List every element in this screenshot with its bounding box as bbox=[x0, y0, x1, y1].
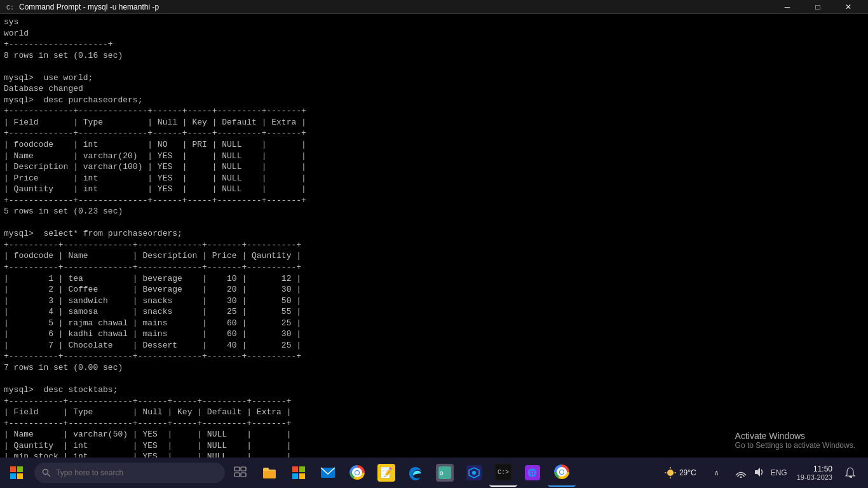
svg-text:C:: C: bbox=[6, 4, 14, 11]
chrome-button[interactable] bbox=[343, 459, 371, 487]
svg-point-36 bbox=[740, 476, 742, 478]
minimize-button[interactable]: ─ bbox=[773, 0, 802, 14]
network-tray-icon[interactable] bbox=[733, 466, 749, 480]
svg-rect-5 bbox=[17, 473, 23, 479]
close-button[interactable]: ✕ bbox=[834, 0, 863, 14]
sticky-notes-icon: 📝 bbox=[377, 464, 395, 482]
svg-text:C:>: C:> bbox=[498, 469, 509, 476]
search-input[interactable] bbox=[56, 468, 217, 477]
windows-logo-icon bbox=[10, 466, 23, 479]
clock-time: 11:50 bbox=[797, 464, 832, 473]
svg-point-31 bbox=[667, 470, 674, 476]
svg-marker-37 bbox=[755, 468, 760, 477]
terminal-content[interactable]: sys world +--------------------+ 8 rows … bbox=[0, 14, 868, 458]
terminal-text: sys world +--------------------+ 8 rows … bbox=[4, 17, 864, 458]
svg-rect-4 bbox=[10, 473, 16, 479]
tray-expand-icon: ∧ bbox=[714, 468, 719, 478]
svg-rect-3 bbox=[17, 466, 23, 472]
clock-date: 19-03-2023 bbox=[797, 473, 832, 481]
svg-text:⚙: ⚙ bbox=[439, 470, 444, 477]
language-indicator[interactable]: ENG bbox=[769, 468, 789, 477]
app2-icon bbox=[465, 464, 483, 482]
titlebar: C: Command Prompt - mysql -u hemanthi -p… bbox=[0, 0, 868, 14]
weather-widget[interactable]: 29°C bbox=[660, 466, 700, 479]
svg-rect-15 bbox=[299, 473, 305, 479]
mail-icon bbox=[320, 466, 336, 480]
microsoft-store-button[interactable] bbox=[285, 459, 313, 487]
volume-icon bbox=[753, 466, 764, 478]
window-title: Command Prompt - mysql -u hemanthi -p bbox=[19, 3, 159, 11]
svg-rect-10 bbox=[234, 473, 240, 477]
cmd-icon: C: bbox=[5, 2, 15, 12]
chrome2-button[interactable] bbox=[548, 459, 576, 487]
search-icon bbox=[42, 468, 51, 477]
chrome-icon bbox=[349, 465, 365, 480]
taskbar: 📝 ⚙ C:> bbox=[0, 458, 868, 488]
edge-icon bbox=[408, 465, 423, 480]
start-button[interactable] bbox=[3, 459, 31, 487]
svg-rect-9 bbox=[241, 467, 246, 471]
network-icon bbox=[735, 466, 747, 478]
svg-point-23 bbox=[472, 471, 476, 475]
titlebar-left: C: Command Prompt - mysql -u hemanthi -p bbox=[5, 2, 159, 12]
window-controls: ─ □ ✕ bbox=[773, 0, 863, 14]
mail-button[interactable] bbox=[314, 459, 342, 487]
svg-rect-2 bbox=[10, 466, 16, 472]
tray-expand-button[interactable]: ∧ bbox=[703, 459, 731, 487]
svg-rect-8 bbox=[234, 467, 240, 471]
svg-text:🌐: 🌐 bbox=[527, 468, 537, 478]
taskbar-clock[interactable]: 11:50 19-03-2023 bbox=[792, 464, 837, 481]
task-view-icon bbox=[234, 466, 247, 479]
edge-button[interactable] bbox=[402, 459, 430, 487]
file-explorer-button[interactable] bbox=[255, 459, 283, 487]
svg-line-7 bbox=[48, 474, 50, 477]
svg-point-6 bbox=[43, 470, 48, 475]
maximize-button[interactable]: □ bbox=[803, 0, 832, 14]
svg-rect-11 bbox=[241, 473, 246, 477]
app2-button[interactable] bbox=[460, 459, 488, 487]
file-explorer-icon bbox=[261, 464, 278, 482]
cmd-taskbar-icon: C:> bbox=[494, 463, 512, 481]
svg-rect-14 bbox=[292, 473, 298, 479]
svg-rect-12 bbox=[292, 466, 298, 472]
app3-icon: 🌐 bbox=[524, 464, 541, 482]
cmd-taskbar-button[interactable]: C:> bbox=[489, 459, 517, 487]
search-bar[interactable] bbox=[34, 463, 225, 483]
taskbar-right: 29°C ∧ ENG 11:50 19-03-2023 bbox=[660, 459, 865, 487]
svg-point-19 bbox=[355, 471, 359, 475]
volume-tray-icon[interactable] bbox=[751, 466, 766, 480]
svg-point-30 bbox=[560, 470, 564, 474]
temperature-text: 29°C bbox=[679, 468, 696, 477]
notification-button[interactable] bbox=[840, 459, 860, 487]
sticky-notes-button[interactable]: 📝 bbox=[372, 459, 400, 487]
app1-icon: ⚙ bbox=[436, 464, 454, 482]
app1-button[interactable]: ⚙ bbox=[431, 459, 459, 487]
svg-rect-13 bbox=[299, 466, 305, 472]
microsoft-store-icon bbox=[291, 465, 306, 480]
weather-icon bbox=[664, 466, 677, 479]
chrome2-icon bbox=[554, 464, 569, 480]
app3-button[interactable]: 🌐 bbox=[519, 459, 546, 487]
notification-icon bbox=[844, 467, 856, 478]
task-view-button[interactable] bbox=[226, 459, 254, 487]
